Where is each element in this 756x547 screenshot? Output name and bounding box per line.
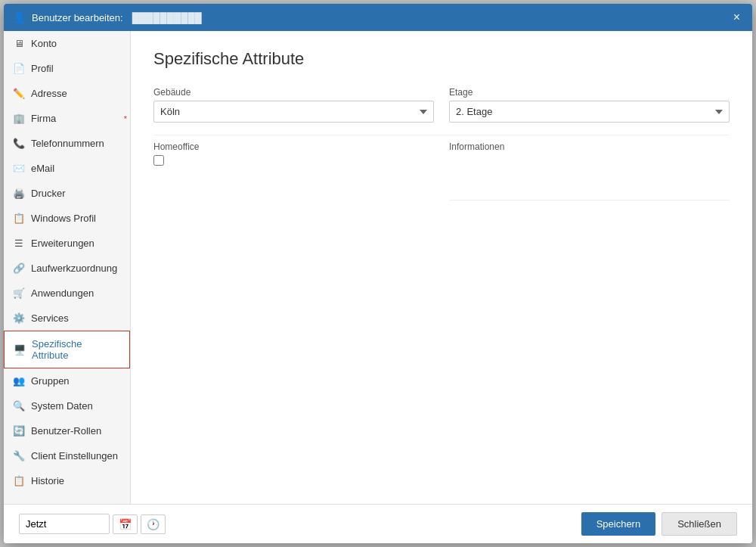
user-icon: 👤 xyxy=(13,11,26,23)
sidebar-label-profil: Profil xyxy=(31,63,54,74)
sidebar-item-client-einstellungen[interactable]: 🔧Client Einstellungen xyxy=(4,443,130,468)
sidebar-label-system-daten: System Daten xyxy=(31,400,93,412)
adresse-icon: ✏️ xyxy=(13,88,25,99)
form-row-building: Gebäude KölnBerlinHamburgMünchen Etage 1… xyxy=(153,87,730,123)
sidebar-item-profil[interactable]: 📄Profil xyxy=(4,56,130,81)
sidebar-item-services[interactable]: ⚙️Services xyxy=(4,306,130,331)
sidebar-label-anwendungen: Anwendungen xyxy=(31,287,94,299)
form-group-informationen: Informationen xyxy=(449,141,730,203)
sidebar-label-gruppen: Gruppen xyxy=(31,375,70,387)
sidebar-label-email: eMail xyxy=(31,163,54,174)
sidebar: 🖥Konto📄Profil✏️Adresse🏢Firma*📞Telefonnum… xyxy=(4,31,131,504)
email-icon: ✉️ xyxy=(13,163,25,174)
sidebar-item-telefonnummern[interactable]: 📞Telefonnummern xyxy=(4,131,130,156)
form-group-etage: Etage 1. Etage2. Etage3. Etage4. Etage xyxy=(449,87,730,123)
main-content: Spezifische Attribute Gebäude KölnBerlin… xyxy=(131,31,752,504)
modal-header: 👤 Benutzer bearbeiten: ██████████ × xyxy=(4,4,752,31)
gebaeude-label: Gebäude xyxy=(153,87,434,98)
telefonnummern-icon: 📞 xyxy=(13,138,25,149)
informationen-textarea[interactable] xyxy=(449,155,730,200)
etage-label: Etage xyxy=(449,87,730,98)
asterisk-firma: * xyxy=(124,114,127,123)
modal-dialog: 👤 Benutzer bearbeiten: ██████████ × 🖥Kon… xyxy=(4,4,752,543)
sidebar-label-client-einstellungen: Client Einstellungen xyxy=(31,450,118,462)
gebaeude-select[interactable]: KölnBerlinHamburgMünchen xyxy=(153,101,434,123)
form-group-gebaeude: Gebäude KölnBerlinHamburgMünchen xyxy=(153,87,434,123)
close-icon[interactable]: × xyxy=(730,10,743,25)
konto-icon: 🖥 xyxy=(13,38,25,49)
benutzer-rollen-icon: 🔄 xyxy=(13,425,25,437)
homeoffice-checkbox[interactable] xyxy=(153,155,164,166)
sidebar-label-firma: Firma xyxy=(31,113,56,124)
sidebar-item-email[interactable]: ✉️eMail xyxy=(4,156,130,181)
form-group-homeoffice: Home⁠office xyxy=(153,141,434,203)
sidebar-label-windows-profil: Windows Profil xyxy=(31,213,96,224)
sidebar-item-drucker[interactable]: 🖨️Drucker xyxy=(4,181,130,206)
modal-body: 🖥Konto📄Profil✏️Adresse🏢Firma*📞Telefonnum… xyxy=(4,31,752,504)
divider-1 xyxy=(153,135,730,135)
footer-right: Speichern Schließen xyxy=(581,512,737,536)
firma-icon: 🏢 xyxy=(13,113,25,124)
sidebar-item-system-daten[interactable]: 🔍System Daten xyxy=(4,393,130,418)
erweiterungen-icon: ☰ xyxy=(13,238,25,249)
profil-icon: 📄 xyxy=(13,63,25,74)
page-title: Spezifische Attribute xyxy=(153,49,730,69)
header-username: ██████████ xyxy=(132,12,202,23)
sidebar-item-historie[interactable]: 📋Historie xyxy=(4,468,130,493)
sidebar-label-adresse: Adresse xyxy=(31,88,67,99)
calendar-button[interactable]: 📅 xyxy=(113,514,138,534)
sidebar-label-drucker: Drucker xyxy=(31,188,66,199)
informationen-label: Informationen xyxy=(449,141,730,152)
spezifische-attribute-icon: 🖥️ xyxy=(14,344,26,356)
save-button[interactable]: Speichern xyxy=(581,512,656,536)
sidebar-item-windows-profil[interactable]: 📋Windows Profil xyxy=(4,206,130,231)
sidebar-item-konto[interactable]: 🖥Konto xyxy=(4,31,130,56)
form-row-homeoffice: Home⁠office Informationen xyxy=(153,141,730,203)
sidebar-item-benutzer-rollen[interactable]: 🔄Benutzer-Rollen xyxy=(4,418,130,443)
anwendungen-icon: 🛒 xyxy=(13,287,25,299)
homeoffice-label: Home⁠office xyxy=(153,141,434,152)
header-title: Benutzer bearbeiten: xyxy=(32,12,123,23)
laufwerkzuordnung-icon: 🔗 xyxy=(13,263,25,274)
historie-icon: 📋 xyxy=(13,475,25,486)
etage-select[interactable]: 1. Etage2. Etage3. Etage4. Etage xyxy=(449,101,730,123)
windows-profil-icon: 📋 xyxy=(13,213,25,224)
sidebar-label-spezifische-attribute: Spezifische Attribute xyxy=(32,338,120,361)
sidebar-label-telefonnummern: Telefonnummern xyxy=(31,138,104,149)
sidebar-item-firma[interactable]: 🏢Firma* xyxy=(4,106,130,131)
client-einstellungen-icon: 🔧 xyxy=(13,450,25,462)
modal-footer: 📅 🕐 Speichern Schließen xyxy=(4,504,752,543)
sidebar-label-services: Services xyxy=(31,312,69,324)
drucker-icon: 🖨️ xyxy=(13,188,25,199)
sidebar-item-erweiterungen[interactable]: ☰Erweiterungen xyxy=(4,231,130,256)
sidebar-item-gruppen[interactable]: 👥Gruppen xyxy=(4,368,130,393)
gruppen-icon: 👥 xyxy=(13,375,25,387)
clock-button[interactable]: 🕐 xyxy=(141,514,166,534)
sidebar-label-benutzer-rollen: Benutzer-Rollen xyxy=(31,425,101,437)
footer-left: 📅 🕐 xyxy=(19,514,166,534)
sidebar-item-laufwerkzuordnung[interactable]: 🔗Laufwerkzuordnung xyxy=(4,256,130,281)
datetime-input[interactable] xyxy=(19,514,110,534)
sidebar-label-laufwerkzuordnung: Laufwerkzuordnung xyxy=(31,263,117,274)
close-button[interactable]: Schließen xyxy=(662,512,737,536)
sidebar-item-anwendungen[interactable]: 🛒Anwendungen xyxy=(4,281,130,306)
sidebar-label-erweiterungen: Erweiterungen xyxy=(31,238,94,249)
services-icon: ⚙️ xyxy=(13,312,25,324)
system-daten-icon: 🔍 xyxy=(13,400,25,412)
sidebar-item-spezifische-attribute[interactable]: 🖥️Spezifische Attribute xyxy=(4,331,130,368)
sidebar-label-konto: Konto xyxy=(31,38,57,49)
sidebar-label-historie: Historie xyxy=(31,475,64,486)
header-left: 👤 Benutzer bearbeiten: ██████████ xyxy=(13,11,202,23)
sidebar-item-adresse[interactable]: ✏️Adresse xyxy=(4,81,130,106)
homeoffice-checkbox-wrapper xyxy=(153,155,434,168)
